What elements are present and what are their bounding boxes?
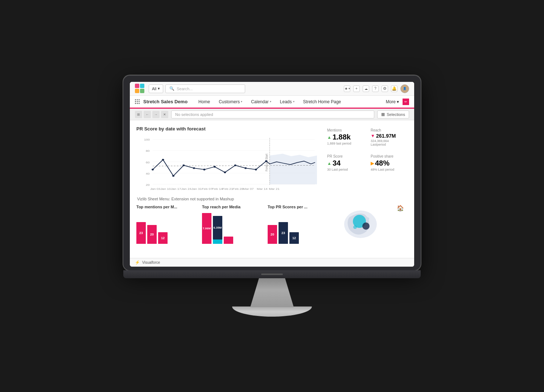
svg-marker-14: [270, 154, 317, 184]
settings-icon[interactable]: ⚙: [382, 86, 388, 92]
bar-item: 20: [268, 225, 277, 244]
footer-bar: ⚡ Visualforce: [130, 258, 414, 267]
selections-bar: No selections applied: [171, 110, 374, 118]
mentions-sub: 1,889 last period: [327, 142, 361, 145]
stand-neck: [250, 278, 294, 307]
bar-body: 23: [279, 222, 288, 244]
stand-base: [232, 306, 312, 317]
svg-point-24: [214, 166, 216, 168]
favorites-icon[interactable]: ★ ▾: [344, 86, 350, 92]
svg-point-22: [193, 167, 195, 169]
search-area: All ▾ 🔍 Search...: [149, 84, 340, 93]
pr-score-label: PR Score: [327, 154, 361, 158]
svg-text:Mar 14: Mar 14: [257, 187, 268, 191]
bar-body: 20: [268, 225, 277, 244]
toolbar-clear-icon[interactable]: ✕: [161, 111, 168, 118]
chart3-bars: 20 23 12: [268, 211, 330, 244]
monitor-wrapper: All ▾ 🔍 Search... ★ ▾ + ☁ ?: [123, 75, 421, 317]
svg-point-23: [203, 169, 205, 171]
mentions-label: Mentions: [327, 128, 361, 132]
chart3-title: Top PR Scores per ...: [268, 205, 330, 209]
selections-button[interactable]: ▦ Selections: [377, 110, 409, 118]
svg-text:Feb 21: Feb 21: [222, 187, 233, 191]
bar-body: 6.35M: [213, 216, 222, 239]
bar-body: 12: [289, 232, 299, 244]
svg-text:80: 80: [146, 149, 150, 153]
main-content: PR Score by date with forecast 100 80 60…: [130, 120, 414, 258]
calendar-chevron: ▾: [270, 100, 271, 103]
selections-label: Selections: [387, 112, 405, 117]
cloud-icon[interactable]: ☁: [363, 86, 369, 92]
bottom-chart-pr: Top PR Scores per ... 20 23 12: [268, 205, 330, 244]
mentions-arrow: ▲: [327, 135, 331, 140]
chart2-title: Top reach per Media: [202, 205, 264, 209]
apps-icon[interactable]: [135, 99, 140, 104]
svg-rect-1: [140, 84, 144, 88]
home-icon[interactable]: 🏠: [397, 205, 404, 212]
bar-item: 12: [289, 232, 299, 244]
svg-point-45: [353, 225, 357, 229]
svg-point-28: [255, 169, 257, 171]
top-bar-actions: ★ ▾ + ☁ ? ⚙ 🔔 👤: [344, 84, 409, 93]
search-box[interactable]: 🔍 Search...: [165, 84, 245, 93]
svg-rect-3: [140, 89, 144, 93]
map-svg: [333, 206, 380, 242]
chart-section: PR Score by date with forecast 100 80 60…: [136, 126, 408, 192]
svg-point-21: [182, 164, 185, 166]
bottom-chart-reach: Top reach per Media 7.06M 6.35M: [202, 205, 264, 244]
bottom-charts: Top mentions per M... 23 20 12: [136, 205, 408, 244]
nav-calendar[interactable]: Calendar ▾: [247, 96, 276, 108]
nav-stretch-home[interactable]: Stretch Home Page: [299, 96, 346, 108]
svg-point-19: [162, 159, 164, 160]
chart1-bars: 23 20 12: [136, 211, 198, 244]
help-icon[interactable]: ?: [372, 86, 379, 92]
bar-body: 12: [158, 232, 168, 244]
nav-leads[interactable]: Leads ▾: [276, 96, 299, 108]
bar-item: —: [224, 237, 233, 244]
user-avatar[interactable]: 👤: [400, 84, 409, 93]
nav-more[interactable]: More ▾: [386, 99, 399, 104]
customers-chevron: ▾: [241, 100, 242, 103]
chart-left: PR Score by date with forecast 100 80 60…: [136, 126, 317, 192]
more-chevron: ▾: [397, 99, 399, 104]
reach-value: ▼ 261.97M: [371, 133, 405, 139]
positive-share-arrow: ▶: [371, 161, 374, 166]
bar-body: 23: [136, 222, 146, 244]
add-icon[interactable]: +: [353, 86, 360, 92]
toolbar-back-icon[interactable]: ←: [144, 111, 151, 118]
svg-point-29: [265, 160, 267, 162]
nav-home[interactable]: Home: [194, 96, 214, 108]
svg-text:20: 20: [146, 183, 150, 186]
svg-text:40: 40: [146, 172, 150, 175]
bar-body: 7.06M: [202, 213, 211, 244]
line-chart-svg: 100 80 60 40 20: [136, 134, 317, 192]
pr-score-arrow: ▲: [327, 161, 331, 166]
toolbar-filter-icon[interactable]: ⊞: [135, 111, 142, 118]
bar-item: 23: [279, 222, 288, 244]
footer-label: Visualforce: [142, 260, 160, 264]
selections-grid-icon: ▦: [381, 112, 385, 117]
all-dropdown[interactable]: All ▾: [149, 84, 163, 93]
notifications-icon[interactable]: 🔔: [391, 86, 397, 92]
all-label: All: [152, 87, 156, 91]
bottom-chart-mentions: Top mentions per M... 23 20 12: [136, 205, 198, 244]
svg-text:60: 60: [146, 160, 150, 164]
reach-label: Reach: [371, 128, 405, 132]
nav-customers[interactable]: Customers ▾: [214, 96, 247, 108]
metric-positive-share: Positive share ▶ 48% 48% Last period: [368, 152, 408, 174]
toolbar-forward-icon[interactable]: →: [152, 111, 160, 118]
svg-point-25: [224, 171, 226, 173]
nav-edit-icon[interactable]: ✏: [403, 99, 409, 105]
vizlib-message: Vizlib Sheet Menu: Extension not support…: [136, 197, 408, 201]
bar-item: 6.35M: [213, 216, 222, 244]
bar-item: 23: [136, 222, 146, 244]
toolbar-icons: ⊞ ← → ✕: [135, 111, 168, 118]
reach-arrow: ▼: [371, 133, 375, 138]
chart-container: 100 80 60 40 20: [136, 134, 317, 192]
svg-point-26: [234, 164, 236, 166]
monitor-screen: All ▾ 🔍 Search... ★ ▾ + ☁ ?: [130, 82, 414, 267]
svg-point-44: [362, 222, 370, 230]
nav-brand: Stretch Sales Demo: [143, 99, 187, 104]
svg-text:Feb 14: Feb 14: [212, 187, 223, 191]
bar-body: 20: [147, 225, 157, 244]
